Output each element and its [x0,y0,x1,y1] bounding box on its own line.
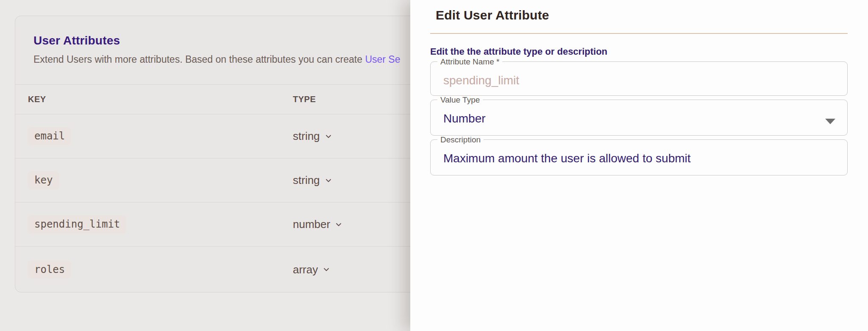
attribute-key-chip: key [28,171,59,189]
attribute-type-label: string [293,130,320,143]
description-field: Description Maximum amount the user is a… [430,136,848,175]
chevron-down-icon [322,265,331,274]
description-input[interactable]: Maximum amount the user is allowed to su… [431,152,847,165]
attribute-type-label: string [293,174,320,187]
drawer-title: Edit User Attribute [436,7,848,24]
chevron-down-icon [334,220,343,229]
attribute-type-select[interactable]: array [293,263,331,276]
value-type-label: Value Type [437,96,483,104]
user-segments-link[interactable]: User Se [365,54,400,65]
attribute-key-chip: roles [28,261,71,278]
attribute-name-input: spending_limit [431,74,847,87]
drawer-body: Attribute Name * spending_limit Value Ty… [430,58,848,175]
edit-user-attribute-drawer: Edit User Attribute Edit the the attribu… [410,0,868,331]
column-header-key: KEY [15,95,293,104]
attribute-type-select[interactable]: string [293,174,333,187]
value-type-select[interactable]: Number [431,112,847,125]
attribute-name-field: Attribute Name * spending_limit [430,58,848,96]
card-description-text: Extend Users with more attributes. Based… [33,54,365,65]
description-label: Description [437,136,484,144]
attribute-name-label: Attribute Name * [437,58,502,66]
chevron-down-icon [324,176,333,185]
attribute-key-chip: email [28,127,71,145]
drawer-subtitle: Edit the the attribute type or descripti… [430,46,848,58]
attribute-key-chip: spending_limit [28,215,126,233]
drawer-divider [430,33,848,34]
arrow-drop-down-icon[interactable] [825,119,835,124]
attribute-type-select[interactable]: number [293,218,343,231]
attribute-type-label: number [293,218,330,231]
attribute-type-select[interactable]: string [293,130,333,143]
attribute-type-label: array [293,263,318,276]
chevron-down-icon [324,132,333,141]
value-type-field[interactable]: Value Type Number [430,96,848,136]
